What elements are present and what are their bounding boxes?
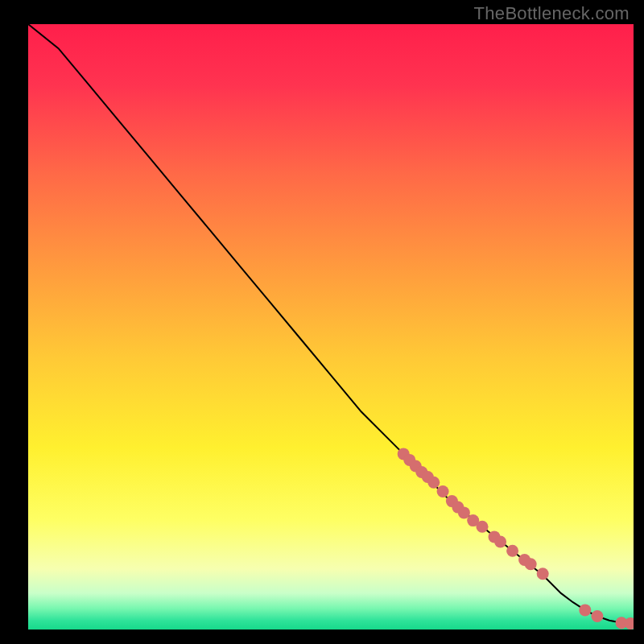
gradient-bg — [28, 24, 634, 630]
marker-point — [525, 558, 537, 570]
marker-point — [579, 604, 591, 616]
marker-point — [591, 610, 603, 622]
marker-point — [458, 506, 470, 518]
marker-point — [437, 485, 449, 497]
marker-point — [477, 521, 489, 533]
marker-point — [537, 568, 549, 580]
plot-svg — [28, 24, 634, 630]
marker-point — [506, 545, 518, 557]
plot-area — [28, 24, 634, 630]
watermark-label: TheBottleneck.com — [474, 3, 630, 24]
marker-point — [494, 536, 506, 548]
chart-frame: TheBottleneck.com — [0, 0, 644, 644]
marker-point — [427, 477, 440, 489]
